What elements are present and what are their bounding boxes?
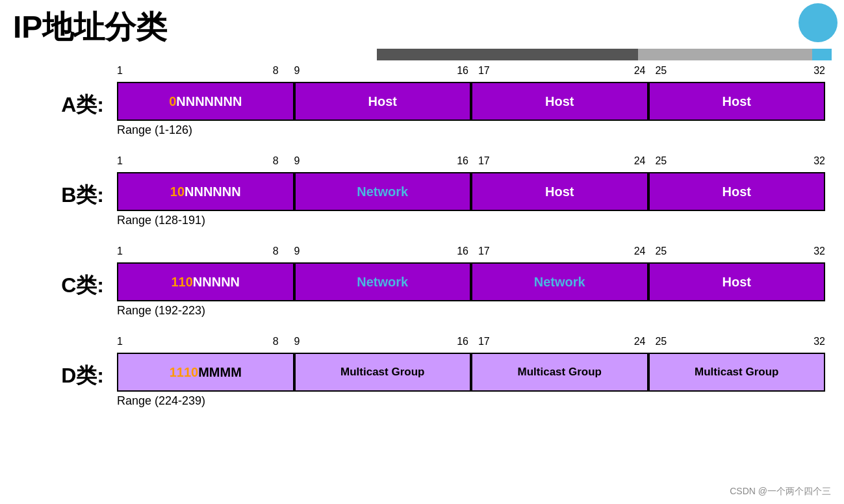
ruler-b-25: 25 <box>655 155 667 167</box>
ruler-d-25: 25 <box>655 336 667 347</box>
main-content: A类: 1 8 9 16 17 24 25 32 0NNNNNNN Host H… <box>32 65 825 426</box>
class-d-white-text: MMMM <box>198 365 242 380</box>
ruler-a-17: 17 <box>478 65 490 77</box>
ruler-b-1: 1 <box>117 155 123 167</box>
ruler-c-9: 9 <box>294 246 300 257</box>
ruler-b-32: 32 <box>813 155 825 167</box>
ruler-d-32: 32 <box>813 336 825 347</box>
class-c-network1-label: Network <box>357 275 408 290</box>
class-d-segments: 1110MMMM Multicast Group Multicast Group… <box>117 353 825 392</box>
class-a-range: Range (1-126) <box>117 123 825 137</box>
ruler-a-25: 25 <box>655 65 667 77</box>
class-d-orange-text: 1110 <box>170 365 199 380</box>
class-a-seg-2: Host <box>471 82 648 121</box>
class-c-white-text: NNNNN <box>193 275 240 290</box>
ruler-c-32: 32 <box>813 246 825 257</box>
class-b-range: Range (128-191) <box>117 214 825 227</box>
class-d-label: D类: <box>32 336 117 390</box>
class-d-row: D类: 1 8 9 16 17 24 25 32 1110MMMM Multic… <box>32 336 825 413</box>
ruler-b-16: 16 <box>457 155 468 167</box>
ruler-d-16: 16 <box>457 336 468 347</box>
class-c-range: Range (192-223) <box>117 304 825 318</box>
class-a-seg-3: Host <box>648 82 826 121</box>
blue-circle-decoration <box>799 3 838 42</box>
class-a-orange-text: 0 <box>169 94 176 109</box>
class-a-row: A类: 1 8 9 16 17 24 25 32 0NNNNNNN Host H… <box>32 65 825 142</box>
class-d-diagram: 1 8 9 16 17 24 25 32 1110MMMM Multicast … <box>117 336 825 413</box>
class-c-seg-1: Network <box>294 262 472 301</box>
class-b-seg-3: Host <box>648 172 826 211</box>
class-b-seg-1: Network <box>294 172 472 211</box>
ruler-a-16: 16 <box>457 65 468 77</box>
top-bar-light <box>638 49 812 60</box>
csdn-watermark: CSDN @一个两个四个三 <box>730 486 831 498</box>
class-d-range: Range (224-239) <box>117 394 825 408</box>
class-d-multicast3-label: Multicast Group <box>695 366 778 379</box>
class-c-seg-3: Host <box>648 262 826 301</box>
ruler-c-1: 1 <box>117 246 123 257</box>
class-b-segments: 10NNNNNN Network Host Host <box>117 172 825 211</box>
ruler-b-8: 8 <box>273 155 279 167</box>
class-d-seg-0: 1110MMMM <box>117 353 294 392</box>
class-a-ruler: 1 8 9 16 17 24 25 32 <box>117 65 825 81</box>
ruler-b-9: 9 <box>294 155 300 167</box>
class-a-host1-label: Host <box>368 94 397 109</box>
ruler-d-1: 1 <box>117 336 123 347</box>
ruler-c-25: 25 <box>655 246 667 257</box>
class-b-diagram: 1 8 9 16 17 24 25 32 10NNNNNN Network Ho… <box>117 155 825 233</box>
class-c-seg-2: Network <box>471 262 648 301</box>
ruler-a-8: 8 <box>273 65 279 77</box>
class-c-orange-text: 110 <box>171 275 192 290</box>
class-a-host3-label: Host <box>723 94 751 109</box>
class-b-orange-text: 10 <box>170 184 185 199</box>
class-c-host-label: Host <box>723 275 751 290</box>
class-c-network2-label: Network <box>534 275 585 290</box>
ruler-d-17: 17 <box>478 336 490 347</box>
class-d-seg-3: Multicast Group <box>648 353 826 392</box>
class-a-white-text: NNNNNNN <box>176 94 242 109</box>
class-d-ruler: 1 8 9 16 17 24 25 32 <box>117 336 825 351</box>
class-a-seg-0: 0NNNNNNN <box>117 82 294 121</box>
class-c-segments: 110NNNNN Network Network Host <box>117 262 825 301</box>
page-title: IP地址分类 <box>13 6 167 48</box>
class-a-segments: 0NNNNNNN Host Host Host <box>117 82 825 121</box>
ruler-c-16: 16 <box>457 246 468 257</box>
top-bar-dark <box>377 49 638 60</box>
top-bar-blue <box>812 49 832 60</box>
class-b-network-label: Network <box>357 184 408 199</box>
class-b-label: B类: <box>32 155 117 210</box>
class-b-white-text: NNNNNN <box>185 184 241 199</box>
ruler-a-9: 9 <box>294 65 300 77</box>
class-d-seg-2: Multicast Group <box>471 353 648 392</box>
class-c-label: C类: <box>32 246 117 300</box>
ruler-a-32: 32 <box>813 65 825 77</box>
class-c-ruler: 1 8 9 16 17 24 25 32 <box>117 246 825 261</box>
ruler-d-8: 8 <box>273 336 279 347</box>
class-b-host2-label: Host <box>723 184 751 199</box>
ruler-c-24: 24 <box>634 246 646 257</box>
class-a-diagram: 1 8 9 16 17 24 25 32 0NNNNNNN Host Host … <box>117 65 825 142</box>
ruler-d-24: 24 <box>634 336 646 347</box>
class-d-multicast1-label: Multicast Group <box>340 366 424 379</box>
class-b-ruler: 1 8 9 16 17 24 25 32 <box>117 155 825 171</box>
class-b-host1-label: Host <box>545 184 574 199</box>
ruler-c-17: 17 <box>478 246 490 257</box>
class-a-seg-1: Host <box>294 82 472 121</box>
ruler-b-24: 24 <box>634 155 646 167</box>
class-d-multicast2-label: Multicast Group <box>518 366 602 379</box>
class-c-row: C类: 1 8 9 16 17 24 25 32 110NNNNN Networ… <box>32 246 825 323</box>
ruler-a-24: 24 <box>634 65 646 77</box>
class-b-seg-2: Host <box>471 172 648 211</box>
class-b-row: B类: 1 8 9 16 17 24 25 32 10NNNNNN Networ… <box>32 155 825 233</box>
ruler-b-17: 17 <box>478 155 490 167</box>
class-a-label: A类: <box>32 65 117 120</box>
top-bar <box>377 49 832 60</box>
class-c-seg-0: 110NNNNN <box>117 262 294 301</box>
ruler-d-9: 9 <box>294 336 300 347</box>
class-c-diagram: 1 8 9 16 17 24 25 32 110NNNNN Network Ne… <box>117 246 825 323</box>
class-d-seg-1: Multicast Group <box>294 353 472 392</box>
ruler-c-8: 8 <box>273 246 279 257</box>
class-b-seg-0: 10NNNNNN <box>117 172 294 211</box>
class-a-host2-label: Host <box>545 94 574 109</box>
ruler-a-1: 1 <box>117 65 123 77</box>
